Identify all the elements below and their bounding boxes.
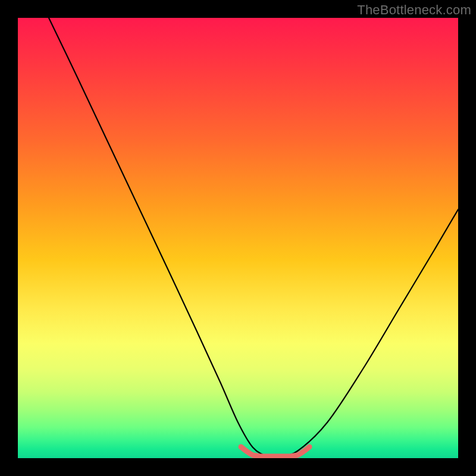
bottleneck-curve <box>49 18 458 458</box>
watermark-text: TheBottleneck.com <box>357 2 471 18</box>
valley-highlight <box>241 447 309 456</box>
chart-frame: TheBottleneck.com <box>0 0 476 476</box>
chart-svg <box>18 18 458 458</box>
plot-area <box>18 18 458 458</box>
